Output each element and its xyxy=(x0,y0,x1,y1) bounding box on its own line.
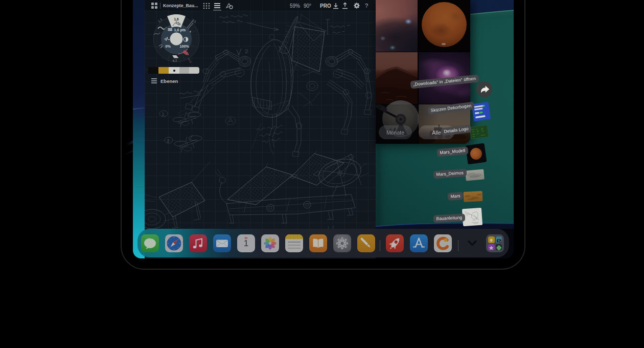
svg-text:2: 2 xyxy=(167,138,170,143)
svg-text:1: 1 xyxy=(162,112,165,117)
